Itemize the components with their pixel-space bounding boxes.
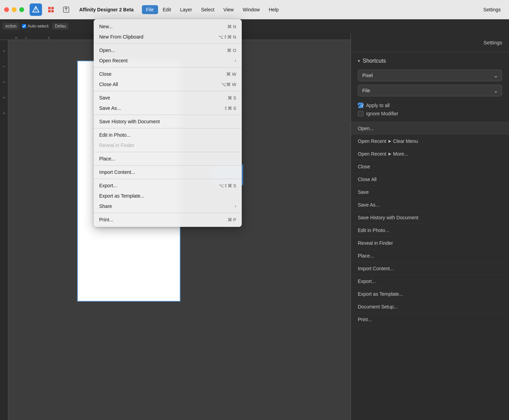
minimize-button[interactable]: [12, 7, 17, 12]
shortcut-item-reveal-finder[interactable]: Reveal in Finder: [351, 237, 509, 250]
shortcut-item-print[interactable]: Print...: [351, 313, 509, 326]
dropdown-save-as[interactable]: Save As... ⇧⌘ S: [94, 103, 242, 113]
secondary-toolbar: ection Auto-select: Defau: [0, 19, 509, 33]
affinity-icon[interactable]: [30, 3, 42, 16]
dropdown-export[interactable]: Export... ⌥⇧⌘ S: [94, 180, 242, 191]
file-dropdown-menu: New... ⌘ N New From Clipboard ⌥⇧⌘ N Open…: [94, 19, 242, 227]
ruler-v-2: 2: [2, 81, 6, 83]
ignore-modifier-checkbox[interactable]: [358, 111, 363, 116]
dropdown-save-shortcut: ⌘ S: [228, 95, 236, 101]
shortcut-item-export-template[interactable]: Export as Template...: [351, 288, 509, 301]
menu-items: File Edit Layer Select View Window Help: [142, 5, 283, 14]
settings-button[interactable]: Settings: [479, 5, 505, 14]
main-area: in -1 0 0 1 2 3 4 Settings: [0, 33, 509, 420]
shortcut-item-place[interactable]: Place...: [351, 250, 509, 262]
shortcut-item-open-recent-more[interactable]: Open Recent ➤ More...: [351, 148, 509, 160]
ignore-modifier-label: Ignore Modifier: [366, 111, 398, 116]
dropdown-save-label: Save: [99, 95, 110, 101]
dropdown-save[interactable]: Save ⌘ S: [94, 93, 242, 103]
dropdown-close-all-label: Close All: [99, 82, 118, 87]
shortcut-item-close-all[interactable]: Close All: [351, 173, 509, 186]
shortcut-item-close[interactable]: Close: [351, 160, 509, 173]
file-option: File: [362, 88, 370, 93]
ruler-tick-0: 0: [48, 36, 50, 40]
toolbar-icons: [30, 3, 72, 16]
dropdown-import-content[interactable]: Import Content...: [94, 167, 242, 177]
shortcuts-checkboxes: ✓ Apply to all Ignore Modifier: [358, 103, 502, 116]
dropdown-open-recent-arrow: ›: [235, 58, 236, 63]
dropdown-new-clipboard[interactable]: New From Clipboard ⌥⇧⌘ N: [94, 32, 242, 42]
ruler-v-1: 1: [2, 66, 6, 67]
pixel-select-wrapper: Pixel: [358, 70, 502, 81]
shortcut-item-export[interactable]: Export...: [351, 275, 509, 288]
dropdown-edit-photo[interactable]: Edit in Photo...: [94, 130, 242, 140]
fullscreen-button[interactable]: [19, 7, 24, 12]
shortcut-item-open[interactable]: Open...: [351, 122, 509, 135]
dropdown-open-recent[interactable]: Open Recent ›: [94, 55, 242, 66]
svg-rect-3: [51, 7, 54, 9]
dropdown-close[interactable]: Close ⌘ W: [94, 69, 242, 79]
pixel-option: Pixel: [362, 73, 373, 78]
dropdown-new-shortcut: ⌘ N: [227, 24, 236, 29]
dropdown-separator-2: [94, 67, 242, 67]
dropdown-close-label: Close: [99, 71, 112, 77]
ignore-modifier-row[interactable]: Ignore Modifier: [358, 111, 502, 116]
dropdown-place[interactable]: Place...: [94, 154, 242, 164]
dropdown-open[interactable]: Open... ⌘ O: [94, 45, 242, 55]
dropdown-save-history-label: Save History with Document: [99, 119, 160, 124]
menu-file[interactable]: File: [142, 5, 158, 14]
dropdown-print[interactable]: Print... ⌘ P: [94, 214, 242, 225]
shortcut-list: Open... Open Recent ➤ Clear Menu Open Re…: [351, 122, 509, 420]
export-icon[interactable]: [60, 3, 72, 16]
dropdown-open-label: Open...: [99, 48, 115, 53]
menu-layer[interactable]: Layer: [176, 5, 196, 14]
menu-view[interactable]: View: [219, 5, 238, 14]
dropdown-close-all-shortcut: ⌥⌘ W: [221, 82, 236, 87]
file-select[interactable]: File: [358, 85, 502, 96]
ruler-label-in: in: [15, 36, 18, 40]
dropdown-share-arrow: ›: [235, 204, 236, 209]
dropdown-separator-5: [94, 128, 242, 128]
menu-select[interactable]: Select: [197, 5, 219, 14]
autoselect-label: Auto-select:: [28, 24, 49, 29]
dropdown-new-clipboard-label: New From Clipboard: [99, 34, 143, 40]
ruler-tick-minus1: -1: [24, 36, 27, 40]
default-btn[interactable]: Defau: [52, 23, 69, 30]
dropdown-share[interactable]: Share ›: [94, 201, 242, 211]
dropdown-export-template-label: Export as Template...: [99, 193, 144, 199]
apply-to-all-checkbox[interactable]: ✓: [358, 103, 363, 108]
dropdown-save-as-shortcut: ⇧⌘ S: [224, 106, 236, 111]
app-title: Affinity Designer 2 Beta: [79, 7, 134, 12]
pixel-select[interactable]: Pixel: [358, 70, 502, 81]
grid-icon[interactable]: [45, 3, 57, 16]
dropdown-print-label: Print...: [99, 217, 113, 222]
shortcut-item-save[interactable]: Save: [351, 186, 509, 199]
shortcut-item-save-as[interactable]: Save As...: [351, 199, 509, 211]
dropdown-separator-4: [94, 115, 242, 115]
shortcuts-header: ▾ Shortcuts: [358, 58, 502, 64]
autoselect-checkbox[interactable]: Auto-select:: [22, 24, 49, 29]
dropdown-separator-6: [94, 152, 242, 152]
shortcut-item-save-history[interactable]: Save History with Document: [351, 211, 509, 224]
shortcut-item-document-setup[interactable]: Document Setup...: [351, 301, 509, 313]
dropdown-import-content-label: Import Content...: [99, 169, 135, 175]
panel-settings-bar: Settings: [351, 33, 509, 52]
dropdown-separator-8: [94, 179, 242, 179]
shortcut-item-open-recent-clear[interactable]: Open Recent ➤ Clear Menu: [351, 135, 509, 148]
file-select-wrapper: File: [358, 85, 502, 96]
dropdown-close-all[interactable]: Close All ⌥⌘ W: [94, 79, 242, 90]
dropdown-export-template[interactable]: Export as Template...: [94, 191, 242, 201]
dropdown-save-history[interactable]: Save History with Document: [94, 116, 242, 127]
close-button[interactable]: [4, 7, 9, 12]
dropdown-reveal-finder-label: Reveal in Finder: [99, 143, 134, 148]
menu-help[interactable]: Help: [264, 5, 283, 14]
autoselect-input[interactable]: [22, 24, 26, 28]
shortcut-item-edit-photo[interactable]: Edit in Photo...: [351, 224, 509, 237]
dropdown-new[interactable]: New... ⌘ N: [94, 21, 242, 32]
shortcut-item-import-content[interactable]: Import Content...: [351, 262, 509, 275]
menu-edit[interactable]: Edit: [159, 5, 175, 14]
dropdown-separator-9: [94, 213, 242, 213]
menu-window[interactable]: Window: [239, 5, 264, 14]
apply-to-all-row[interactable]: ✓ Apply to all: [358, 103, 502, 108]
selection-tool[interactable]: ection: [3, 23, 19, 30]
